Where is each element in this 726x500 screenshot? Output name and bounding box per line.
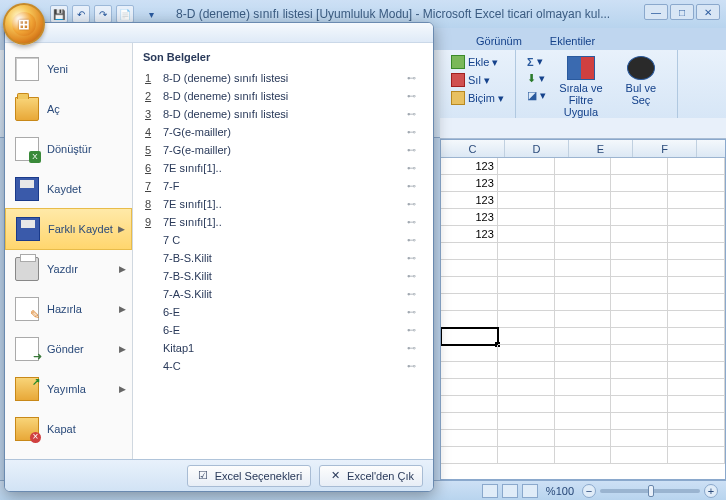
cell[interactable] — [611, 430, 668, 447]
pin-icon[interactable]: ⊷ — [407, 307, 421, 317]
cell[interactable] — [555, 413, 612, 430]
cell[interactable] — [498, 362, 555, 379]
pin-icon[interactable]: ⊷ — [407, 361, 421, 371]
cell[interactable] — [441, 379, 498, 396]
recent-document-item[interactable]: 7-B-S.Kilit⊷ — [143, 267, 423, 285]
recent-document-item[interactable]: 4-C⊷ — [143, 357, 423, 375]
zoom-in-button[interactable]: + — [704, 484, 718, 498]
cell[interactable] — [498, 243, 555, 260]
cell[interactable] — [611, 362, 668, 379]
cell[interactable] — [441, 362, 498, 379]
menu-prepare[interactable]: Hazırla▶ — [5, 289, 132, 329]
zoom-out-button[interactable]: − — [582, 484, 596, 498]
cell[interactable] — [668, 175, 725, 192]
qat-save-icon[interactable]: 💾 — [50, 5, 68, 23]
pin-icon[interactable]: ⊷ — [407, 91, 421, 101]
fill-button[interactable]: ⬇ ▾ — [524, 71, 549, 86]
recent-document-item[interactable]: 7-B-S.Kilit⊷ — [143, 249, 423, 267]
cell[interactable] — [441, 294, 498, 311]
qat-customize-icon[interactable]: ▾ — [146, 5, 156, 23]
cell[interactable] — [555, 447, 612, 464]
cell[interactable] — [668, 447, 725, 464]
cell[interactable] — [441, 328, 498, 345]
cell[interactable] — [611, 379, 668, 396]
menu-open[interactable]: Aç — [5, 89, 132, 129]
recent-document-item[interactable]: 7-A-S.Kilit⊷ — [143, 285, 423, 303]
cell[interactable] — [555, 226, 612, 243]
recent-document-item[interactable]: 38-D (deneme) sınıfı listesi⊷ — [143, 105, 423, 123]
cell[interactable] — [498, 345, 555, 362]
view-pagebreak-icon[interactable] — [522, 484, 538, 498]
cell[interactable] — [498, 396, 555, 413]
menu-convert[interactable]: Dönüştür — [5, 129, 132, 169]
cell[interactable]: 123 — [441, 158, 498, 175]
qat-undo-icon[interactable]: ↶ — [72, 5, 90, 23]
tab-view[interactable]: Görünüm — [470, 32, 528, 50]
recent-document-item[interactable]: 77-F⊷ — [143, 177, 423, 195]
cell[interactable] — [611, 260, 668, 277]
cell[interactable] — [611, 175, 668, 192]
recent-document-item[interactable]: 6-E⊷ — [143, 303, 423, 321]
cell[interactable] — [668, 158, 725, 175]
cell[interactable] — [611, 226, 668, 243]
cell[interactable] — [498, 158, 555, 175]
recent-document-item[interactable]: 57-G(e-mailler)⊷ — [143, 141, 423, 159]
cell[interactable] — [441, 345, 498, 362]
cell[interactable] — [611, 328, 668, 345]
cell[interactable] — [611, 192, 668, 209]
cell[interactable] — [555, 277, 612, 294]
find-select-button[interactable]: Bul ve Seç — [613, 54, 669, 108]
cell[interactable] — [668, 328, 725, 345]
recent-document-item[interactable]: 6-E⊷ — [143, 321, 423, 339]
pin-icon[interactable]: ⊷ — [407, 217, 421, 227]
recent-document-item[interactable]: 97E sınıfı[1]..⊷ — [143, 213, 423, 231]
cell[interactable] — [498, 175, 555, 192]
cell[interactable] — [441, 413, 498, 430]
pin-icon[interactable]: ⊷ — [407, 181, 421, 191]
cell[interactable] — [611, 277, 668, 294]
cell[interactable] — [441, 277, 498, 294]
pin-icon[interactable]: ⊷ — [407, 235, 421, 245]
cell[interactable] — [668, 243, 725, 260]
cell[interactable] — [498, 260, 555, 277]
col-header[interactable]: E — [569, 140, 633, 157]
pin-icon[interactable]: ⊷ — [407, 253, 421, 263]
maximize-button[interactable]: □ — [670, 4, 694, 20]
pin-icon[interactable]: ⊷ — [407, 343, 421, 353]
cell[interactable] — [498, 328, 555, 345]
cell[interactable] — [441, 430, 498, 447]
cell[interactable] — [441, 396, 498, 413]
col-header[interactable]: F — [633, 140, 697, 157]
cell[interactable]: 123 — [441, 209, 498, 226]
cell[interactable]: 123 — [441, 192, 498, 209]
menu-send[interactable]: Gönder▶ — [5, 329, 132, 369]
view-normal-icon[interactable] — [482, 484, 498, 498]
cell[interactable] — [555, 158, 612, 175]
zoom-slider[interactable] — [600, 489, 700, 493]
exit-excel-button[interactable]: ✕Excel'den Çık — [319, 465, 423, 487]
insert-button[interactable]: Ekle ▾ — [448, 54, 507, 70]
cell[interactable] — [555, 430, 612, 447]
pin-icon[interactable]: ⊷ — [407, 127, 421, 137]
menu-publish[interactable]: Yayımla▶ — [5, 369, 132, 409]
cell[interactable] — [668, 192, 725, 209]
pin-icon[interactable]: ⊷ — [407, 145, 421, 155]
cell[interactable] — [611, 345, 668, 362]
cell[interactable] — [668, 430, 725, 447]
cell[interactable] — [555, 175, 612, 192]
cell[interactable] — [555, 243, 612, 260]
cell[interactable] — [555, 311, 612, 328]
cell[interactable] — [498, 226, 555, 243]
sort-filter-button[interactable]: Sırala ve Filtre Uygula — [553, 54, 609, 120]
pin-icon[interactable]: ⊷ — [407, 289, 421, 299]
excel-options-button[interactable]: ☑Excel Seçenekleri — [187, 465, 311, 487]
cell[interactable] — [668, 362, 725, 379]
cell[interactable] — [498, 209, 555, 226]
cell[interactable] — [668, 396, 725, 413]
format-button[interactable]: Biçim ▾ — [448, 90, 507, 106]
cell[interactable] — [668, 379, 725, 396]
menu-save-as[interactable]: Farklı Kaydet▶ — [5, 208, 132, 250]
cell[interactable] — [668, 226, 725, 243]
pin-icon[interactable]: ⊷ — [407, 73, 421, 83]
cell[interactable] — [498, 379, 555, 396]
